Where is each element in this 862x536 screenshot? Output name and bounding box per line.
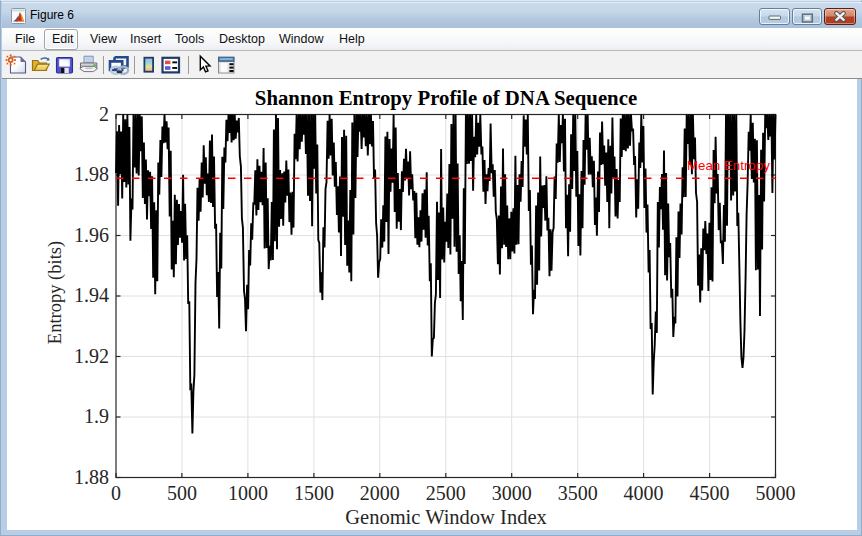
svg-text:4500: 4500 (690, 482, 730, 504)
svg-text:1.98: 1.98 (74, 163, 109, 185)
svg-text:Shannon Entropy Profile of DNA: Shannon Entropy Profile of DNA Sequence (255, 86, 637, 110)
svg-text:3500: 3500 (558, 482, 598, 504)
svg-text:1.88: 1.88 (74, 466, 109, 488)
svg-text:Entropy (bits): Entropy (bits) (45, 241, 66, 344)
svg-text:Mean Entropy: Mean Entropy (687, 158, 770, 173)
svg-text:1.9: 1.9 (84, 405, 109, 427)
svg-text:1500: 1500 (294, 482, 334, 504)
svg-text:1.96: 1.96 (74, 224, 109, 246)
svg-text:3000: 3000 (492, 482, 532, 504)
svg-text:5000: 5000 (756, 482, 796, 504)
svg-text:2: 2 (99, 103, 109, 125)
svg-text:2500: 2500 (426, 482, 466, 504)
svg-text:500: 500 (167, 482, 197, 504)
svg-text:2000: 2000 (360, 482, 400, 504)
svg-text:1.94: 1.94 (74, 284, 109, 306)
svg-text:0: 0 (111, 482, 121, 504)
svg-text:1.92: 1.92 (74, 345, 109, 367)
svg-text:Genomic Window Index: Genomic Window Index (345, 506, 546, 528)
svg-text:1000: 1000 (228, 482, 268, 504)
svg-text:4000: 4000 (624, 482, 664, 504)
